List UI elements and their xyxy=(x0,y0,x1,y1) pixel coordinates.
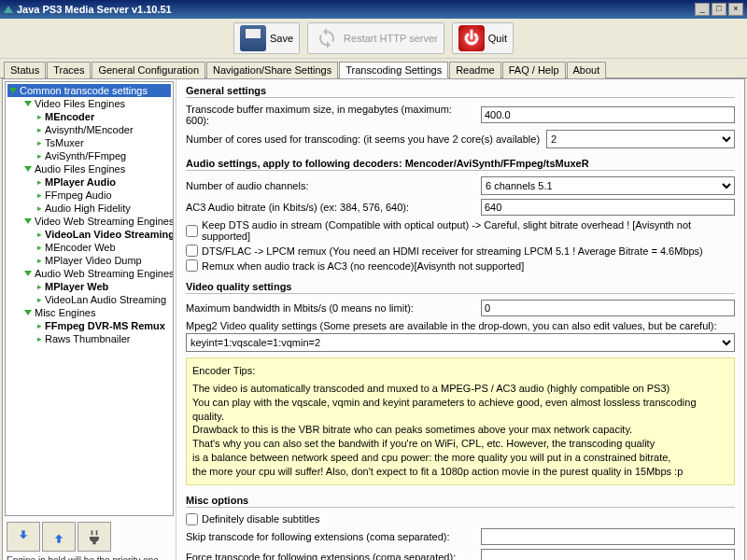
encoder-tips: Encoder Tips: The video is automatically… xyxy=(186,357,735,485)
tree-item[interactable]: ▸VideoLan Audio Streaming xyxy=(7,293,171,306)
buffer-label: Transcode buffer maximum size, in megaby… xyxy=(186,104,475,126)
save-label: Save xyxy=(270,33,293,44)
svg-rect-0 xyxy=(21,530,24,537)
tab-transcoding-settings[interactable]: Transcoding Settings xyxy=(339,62,448,78)
close-button[interactable]: × xyxy=(728,3,743,16)
svg-rect-1 xyxy=(57,537,60,543)
priority-note: Engine in bold will be the priority one … xyxy=(7,555,172,560)
maximize-button[interactable]: □ xyxy=(712,3,726,16)
tab-general-configuration[interactable]: General Configuration xyxy=(92,62,205,78)
tree-item[interactable]: ▸MEncoder xyxy=(7,110,171,123)
video-title: Video quality settings xyxy=(186,281,735,294)
sidebar: Common transcode settingsVideo Files Eng… xyxy=(3,79,176,560)
tree-item[interactable]: ▸VideoLan Video Streaming xyxy=(7,228,171,241)
lpcm-checkbox[interactable] xyxy=(186,245,198,257)
toolbar: Save Restart HTTP server ⏻ Quit xyxy=(0,19,747,59)
tips-title: Encoder Tips: xyxy=(192,364,728,378)
tree-item[interactable]: Video Web Streaming Engines xyxy=(7,215,171,228)
tab-faq-help[interactable]: FAQ / Help xyxy=(502,62,566,78)
tree-item[interactable]: ▸Avisynth/MEncoder xyxy=(7,123,171,136)
tree-item[interactable]: ▸AviSynth/FFmpeg xyxy=(7,149,171,162)
move-up-button[interactable] xyxy=(42,522,76,552)
quit-label: Quit xyxy=(488,33,507,44)
content: General settings Transcode buffer maximu… xyxy=(176,79,744,560)
tree-item[interactable]: ▸FFmpeg Audio xyxy=(7,189,171,202)
main: Common transcode settingsVideo Files Eng… xyxy=(2,78,745,560)
cores-label: Number of cores used for transcoding: (i… xyxy=(186,133,541,145)
restart-icon xyxy=(314,25,340,51)
tree-item[interactable]: ▸FFmpeg DVR-MS Remux xyxy=(7,319,171,332)
sidebar-bottom: Engine in bold will be the priority one … xyxy=(3,518,176,560)
disable-subs-checkbox[interactable] xyxy=(186,513,198,525)
tab-traces[interactable]: Traces xyxy=(47,62,91,78)
window-title: Java PS3 Media Server v1.10.51 xyxy=(17,4,693,15)
tree-item[interactable]: Audio Files Engines xyxy=(7,162,171,175)
mpeg2-select[interactable]: keyint=1:vqscale=1:vqmin=2 xyxy=(186,333,735,352)
video-settings-group: Video quality settings Maximum bandwidth… xyxy=(186,281,735,485)
tab-about[interactable]: About xyxy=(567,62,607,78)
engine-tree: Common transcode settingsVideo Files Eng… xyxy=(5,81,174,516)
force-ext-label: Force transcode for following extensions… xyxy=(186,552,475,560)
force-ext-input[interactable] xyxy=(481,549,735,560)
tree-item[interactable]: Common transcode settings xyxy=(7,84,171,97)
buffer-input[interactable] xyxy=(481,106,735,123)
lpcm-label: DTS/FLAC -> LPCM remux (You need an HDMI… xyxy=(202,245,703,257)
disable-subs-label: Definitely disable subtitles xyxy=(202,513,320,525)
dts-checkbox[interactable] xyxy=(186,225,198,237)
misc-title: Misc options xyxy=(186,495,735,508)
tab-readme[interactable]: Readme xyxy=(449,62,501,78)
dts-label: Keep DTS audio in stream (Compatible wit… xyxy=(202,219,735,242)
remux-checkbox[interactable] xyxy=(186,259,198,272)
tree-item[interactable]: Video Files Engines xyxy=(7,97,171,110)
plug-button[interactable] xyxy=(78,522,111,552)
general-settings-group: General settings Transcode buffer maximu… xyxy=(186,85,735,148)
ac3-input[interactable] xyxy=(481,199,735,216)
tabs: StatusTracesGeneral ConfigurationNavigat… xyxy=(0,61,747,78)
tree-item[interactable]: ▸MPlayer Web xyxy=(7,280,171,293)
channels-select[interactable]: 6 channels 5.1 xyxy=(481,176,735,195)
general-title: General settings xyxy=(186,85,735,98)
misc-group: Misc options Definitely disable subtitle… xyxy=(186,495,735,560)
skip-ext-label: Skip transcode for following extensions … xyxy=(186,531,475,542)
audio-title: Audio settings, apply to following decod… xyxy=(186,158,735,171)
tree-item[interactable]: Audio Web Streaming Engines xyxy=(7,267,171,280)
tree-item[interactable]: ▸MEncoder Web xyxy=(7,241,171,254)
skip-ext-input[interactable] xyxy=(481,528,735,545)
tree-item[interactable]: ▸TsMuxer xyxy=(7,136,171,149)
tips-body: The video is automatically transcoded an… xyxy=(192,382,728,479)
bandwidth-label: Maximum bandwidth in Mbits/s (0 means no… xyxy=(186,302,475,314)
tree-item[interactable]: Misc Engines xyxy=(7,306,171,319)
tree-item[interactable]: ▸MPlayer Video Dump xyxy=(7,254,171,267)
bandwidth-input[interactable] xyxy=(481,300,735,316)
cores-select[interactable]: 2 xyxy=(546,130,735,148)
tree-item[interactable]: ▸Raws Thumbnailer xyxy=(7,332,171,345)
minimize-button[interactable]: _ xyxy=(695,3,710,16)
ac3-label: AC3 Audio bitrate (in Kbits/s) (ex: 384,… xyxy=(186,202,475,213)
remux-label: Remux when audio track is AC3 (no reenco… xyxy=(202,260,524,272)
app-icon xyxy=(4,6,13,13)
restart-button[interactable]: Restart HTTP server xyxy=(307,22,444,54)
move-down-button[interactable] xyxy=(7,522,40,552)
mpeg2-label: Mpeg2 Video quality settings (Some prese… xyxy=(186,320,735,331)
tab-navigation-share-settings[interactable]: Navigation/Share Settings xyxy=(206,62,338,78)
restart-label: Restart HTTP server xyxy=(344,33,438,44)
save-icon xyxy=(240,25,266,51)
quit-button[interactable]: ⏻ Quit xyxy=(452,22,514,54)
tree-item[interactable]: ▸MPlayer Audio xyxy=(7,175,171,189)
quit-icon: ⏻ xyxy=(458,25,485,51)
titlebar: Java PS3 Media Server v1.10.51 _ □ × xyxy=(0,0,747,19)
channels-label: Number of audio channels: xyxy=(186,180,475,191)
tree-item[interactable]: ▸Audio High Fidelity xyxy=(7,202,171,215)
tab-status[interactable]: Status xyxy=(4,62,46,78)
audio-settings-group: Audio settings, apply to following decod… xyxy=(186,158,735,272)
save-button[interactable]: Save xyxy=(233,22,300,54)
